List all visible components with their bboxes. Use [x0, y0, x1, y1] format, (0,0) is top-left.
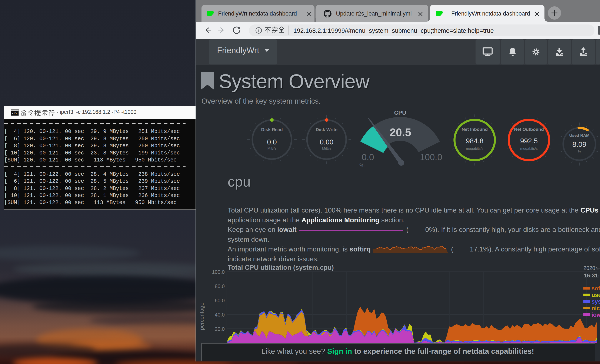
svg-text:8.09: 8.09	[572, 140, 586, 148]
svg-text:20.0: 20.0	[215, 326, 225, 332]
svg-text:Disk Write: Disk Write	[316, 127, 337, 132]
svg-text:MiB/s: MiB/s	[267, 146, 277, 150]
svg-text:992.5: 992.5	[520, 137, 538, 145]
svg-text:CPU: CPU	[394, 110, 406, 116]
svg-text:0.0: 0.0	[267, 138, 277, 146]
svg-text:Disk Read: Disk Read	[261, 127, 283, 132]
svg-text:Net Inbound: Net Inbound	[462, 127, 488, 132]
svg-text:Net Outbound: Net Outbound	[514, 127, 544, 132]
svg-text:megabits/s: megabits/s	[520, 147, 538, 151]
svg-text:80.0: 80.0	[215, 283, 225, 289]
svg-text:60.0: 60.0	[215, 298, 225, 303]
svg-text:0.00: 0.00	[319, 138, 333, 146]
svg-text:%: %	[359, 162, 365, 168]
svg-text:Used RAM: Used RAM	[569, 133, 589, 137]
svg-text:0.0: 0.0	[362, 152, 374, 162]
svg-text:100.0: 100.0	[212, 269, 225, 275]
svg-text:percentage: percentage	[198, 302, 205, 330]
svg-text:40.0: 40.0	[215, 312, 225, 318]
svg-text:MiB/s: MiB/s	[322, 146, 331, 150]
svg-text:20.5: 20.5	[390, 126, 411, 139]
svg-text:100.0: 100.0	[420, 152, 442, 162]
svg-text:%: %	[578, 149, 581, 153]
svg-text:megabits/s: megabits/s	[466, 147, 483, 151]
svg-text:984.8: 984.8	[466, 137, 484, 145]
